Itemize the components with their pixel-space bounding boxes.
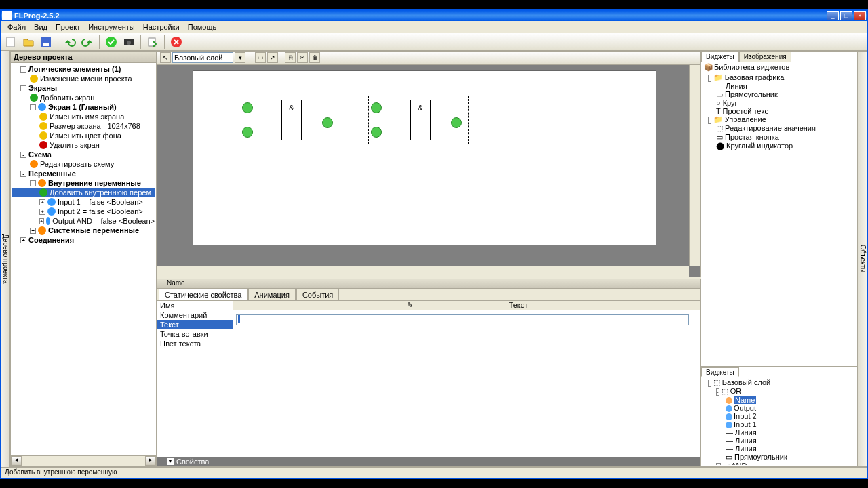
wt-input2[interactable]: Input 2 bbox=[703, 412, 856, 420]
left-side-tab[interactable]: Дерево проекта bbox=[1, 51, 10, 467]
widget-library: -📁 Базовая графика — Линия ▭ Прямоугольн… bbox=[701, 72, 857, 366]
tool-cut[interactable]: ✂ bbox=[297, 52, 308, 63]
and-block-2[interactable]: & bbox=[410, 100, 431, 140]
tool-delete[interactable]: 🗑 bbox=[309, 52, 320, 63]
lib-simple-button[interactable]: ▭ Простая кнопка bbox=[703, 133, 856, 142]
minimize-button[interactable]: _ bbox=[827, 11, 839, 20]
export-button[interactable] bbox=[145, 35, 160, 49]
lib-control[interactable]: -📁 Управление bbox=[703, 115, 856, 124]
wt-base-layer[interactable]: -⬚ Базовый слой bbox=[703, 378, 856, 387]
tree-scheme[interactable]: -Схема bbox=[12, 150, 155, 159]
menu-tools[interactable]: Инструменты bbox=[84, 22, 139, 33]
close-button[interactable]: × bbox=[854, 11, 866, 20]
canvas-toolbar: ↖ Базовый слой ▾ ⬚ ↗ ⎘ ✂ 🗑 bbox=[157, 51, 701, 64]
tree-hscroll[interactable]: ◄► bbox=[11, 455, 156, 466]
lib-base-graphics[interactable]: -📁 Базовая графика bbox=[703, 73, 856, 82]
wt-line3[interactable]: — Линия bbox=[703, 445, 856, 453]
lib-edit-value[interactable]: ⬚ Редактирование значения bbox=[703, 124, 856, 133]
port-1-in2[interactable] bbox=[242, 127, 253, 138]
tab-images[interactable]: Изображения bbox=[739, 52, 791, 62]
tool-1[interactable]: ⬚ bbox=[255, 52, 266, 63]
menu-project[interactable]: Проект bbox=[52, 22, 84, 33]
lib-simple-text[interactable]: T Простой текст bbox=[703, 107, 856, 115]
lib-line[interactable]: — Линия bbox=[703, 82, 856, 90]
prop-text[interactable]: Текст bbox=[157, 320, 233, 329]
wt-or[interactable]: -⬚ OR bbox=[703, 387, 856, 396]
prop-name[interactable]: Имя bbox=[157, 301, 233, 310]
lib-round-indicator[interactable]: ⬤ Круглый индикатор bbox=[703, 142, 856, 150]
right-side-tab[interactable]: Объекты bbox=[857, 52, 867, 466]
tree-screen1[interactable]: -Экран 1 (Главный) bbox=[12, 102, 155, 112]
port-2-in1[interactable] bbox=[371, 102, 382, 113]
open-button[interactable] bbox=[21, 35, 36, 49]
redo-button[interactable] bbox=[80, 35, 95, 49]
wt-line2[interactable]: — Линия bbox=[703, 436, 856, 445]
layer-dropdown[interactable]: ▾ bbox=[235, 52, 245, 63]
menu-file[interactable]: Файл bbox=[3, 22, 30, 33]
lib-circle[interactable]: ○ Круг bbox=[703, 99, 856, 107]
tree-variables[interactable]: -Переменные bbox=[12, 169, 155, 178]
titlebar: FLProg-2.5.2 _ □ × bbox=[1, 10, 867, 21]
camera-button[interactable] bbox=[121, 35, 136, 49]
save-button[interactable] bbox=[39, 35, 54, 49]
port-1-out[interactable] bbox=[322, 117, 333, 128]
and-block-1[interactable]: & bbox=[281, 100, 302, 140]
project-tree-panel: Дерево проекта -Логические элементы (1) … bbox=[10, 51, 157, 467]
tool-2[interactable]: ↗ bbox=[267, 52, 278, 63]
layer-select[interactable]: Базовый слой bbox=[172, 52, 233, 63]
tree-input1[interactable]: +Input 1 = false <Boolean> bbox=[12, 197, 155, 207]
wt-rect[interactable]: ▭ Прямоугольник bbox=[703, 453, 856, 462]
tree-output-and[interactable]: +Output AND = false <Boolean> bbox=[12, 216, 155, 226]
tab-animation[interactable]: Анимация bbox=[248, 289, 296, 300]
statusbar: Добавить внутреннюю переменную bbox=[1, 467, 867, 478]
canvas-vscroll[interactable] bbox=[689, 65, 700, 266]
prop-text-color[interactable]: Цвет текста bbox=[157, 339, 233, 348]
menu-view[interactable]: Вид bbox=[30, 22, 52, 33]
check-button[interactable] bbox=[104, 35, 119, 49]
canvas[interactable]: & & bbox=[157, 64, 701, 277]
pointer-tool[interactable]: ↖ bbox=[160, 52, 171, 63]
wt-output[interactable]: Output bbox=[703, 404, 856, 412]
tree-screen-size[interactable]: Размер экрана - 1024x768 bbox=[12, 121, 155, 131]
text-input[interactable] bbox=[236, 314, 689, 325]
tool-copy[interactable]: ⎘ bbox=[285, 52, 296, 63]
tab-widgets[interactable]: Виджеты bbox=[701, 52, 739, 62]
canvas-hscroll[interactable] bbox=[157, 266, 689, 277]
app-window: FLProg-2.5.2 _ □ × Файл Вид Проект Инстр… bbox=[0, 9, 868, 479]
prop-insert-point[interactable]: Точка вставки bbox=[157, 329, 233, 339]
tree-connections[interactable]: +Соединения bbox=[12, 235, 155, 245]
tree-logic-elements[interactable]: -Логические элементы (1) bbox=[12, 64, 155, 74]
port-2-out[interactable] bbox=[451, 117, 462, 128]
tree-change-screen-name[interactable]: Изменить имя экрана bbox=[12, 112, 155, 121]
tree-system-vars[interactable]: +Системные переменные bbox=[12, 226, 155, 235]
new-button[interactable] bbox=[3, 35, 18, 49]
stop-button[interactable] bbox=[169, 35, 184, 49]
tree-add-internal-var[interactable]: Добавить внутреннюю перем bbox=[12, 188, 155, 197]
svg-point-5 bbox=[127, 41, 131, 45]
port-1-in1[interactable] bbox=[242, 102, 253, 113]
tab-static[interactable]: Статические свойства bbox=[159, 289, 248, 300]
tree-input2[interactable]: +Input 2 = false <Boolean> bbox=[12, 207, 155, 216]
wt-name[interactable]: Name bbox=[703, 396, 856, 404]
tab-events[interactable]: События bbox=[296, 289, 339, 300]
lib-rect[interactable]: ▭ Прямоугольник bbox=[703, 90, 856, 99]
tree-change-project-name[interactable]: Изменение имени проекта bbox=[12, 74, 155, 83]
menu-settings[interactable]: Настройки bbox=[139, 22, 184, 33]
tree-add-screen[interactable]: Добавить экран bbox=[12, 93, 155, 102]
wt-and[interactable]: +⬚ AND bbox=[703, 462, 856, 465]
tree-delete-screen[interactable]: Удалить экран bbox=[12, 140, 155, 150]
port-2-in2[interactable] bbox=[371, 127, 382, 138]
undo-button[interactable] bbox=[62, 35, 77, 49]
wt-line1[interactable]: — Линия bbox=[703, 428, 856, 436]
wt-input1[interactable]: Input 1 bbox=[703, 420, 856, 428]
tree-internal-vars[interactable]: -Внутренние переменные bbox=[12, 178, 155, 188]
tree-change-bg[interactable]: Изменить цвет фона bbox=[12, 131, 155, 140]
maximize-button[interactable]: □ bbox=[840, 11, 852, 20]
tab-widgets-bottom[interactable]: Виджеты bbox=[701, 367, 739, 377]
menu-help[interactable]: Помощь bbox=[184, 22, 221, 33]
main-toolbar bbox=[1, 33, 867, 51]
props-footer[interactable]: ▼Свойства bbox=[157, 457, 700, 466]
tree-screens[interactable]: -Экраны bbox=[12, 83, 155, 93]
tree-edit-scheme[interactable]: Редактировать схему bbox=[12, 159, 155, 169]
prop-comment[interactable]: Комментарий bbox=[157, 310, 233, 320]
